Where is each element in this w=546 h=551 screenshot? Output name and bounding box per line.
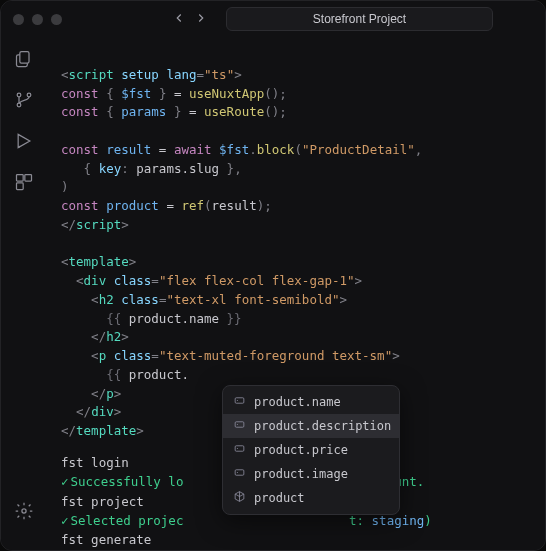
- intellisense-item-label: product.image: [254, 467, 348, 481]
- field-icon: [233, 442, 246, 458]
- term-env-label: t:: [349, 513, 364, 528]
- settings-icon[interactable]: [14, 501, 34, 524]
- project-title-field[interactable]: Storefront Project: [226, 7, 493, 31]
- svg-rect-0: [20, 52, 29, 64]
- intellisense-item-label: product.name: [254, 395, 341, 409]
- svg-point-4: [18, 146, 20, 148]
- files-icon[interactable]: [14, 49, 34, 72]
- run-icon[interactable]: [14, 131, 34, 154]
- mustache-partial: product.: [129, 367, 189, 382]
- intellisense-item-label: product: [254, 491, 305, 505]
- svg-point-1: [17, 93, 21, 97]
- svg-point-2: [17, 103, 21, 107]
- svg-point-14: [237, 448, 238, 449]
- titlebar: Storefront Project: [1, 1, 545, 37]
- svg-rect-6: [25, 175, 32, 182]
- close-icon[interactable]: [13, 14, 24, 25]
- activity-bar: [1, 37, 47, 550]
- svg-point-16: [237, 472, 238, 473]
- svg-rect-7: [17, 183, 24, 190]
- intellisense-item-label: product.description: [254, 419, 391, 433]
- lang-attr: ts: [212, 67, 227, 82]
- extensions-icon[interactable]: [14, 172, 34, 195]
- str-product-detail: "ProductDetail": [302, 142, 415, 157]
- zoom-icon[interactable]: [51, 14, 62, 25]
- fn-usenuxtapp: useNuxtApp: [189, 86, 264, 101]
- h2-class: "text-xl font-semibold": [166, 292, 339, 307]
- expr-slug: params.slug: [136, 161, 219, 176]
- editor-area: <script setup lang="ts"> const { $fst } …: [47, 37, 545, 550]
- svg-point-12: [237, 424, 238, 425]
- forward-icon[interactable]: [194, 11, 208, 28]
- fn-useroute: useRoute: [204, 104, 264, 119]
- term-login-ok-pre: Successfully lo: [71, 474, 184, 489]
- term-cmd-generate: fst generate: [61, 532, 151, 547]
- fn-ref: ref: [181, 198, 204, 213]
- field-icon: [233, 466, 246, 482]
- var-fst: $fst: [121, 86, 151, 101]
- div-class: "flex flex-col flex-gap-1": [159, 273, 355, 288]
- intellisense-item-1[interactable]: product.description: [223, 414, 399, 438]
- intellisense-item-2[interactable]: product.price: [223, 438, 399, 462]
- key-attr: key: [99, 161, 122, 176]
- back-icon[interactable]: [172, 11, 186, 28]
- svg-rect-11: [235, 422, 244, 427]
- ref-arg: result: [212, 198, 257, 213]
- term-env-value: staging: [372, 513, 425, 528]
- traffic-lights: [13, 14, 62, 25]
- p-class: "text-muted-foreground text-sm": [159, 348, 392, 363]
- var-params: params: [121, 104, 166, 119]
- minimize-icon[interactable]: [32, 14, 43, 25]
- svg-point-8: [22, 509, 26, 513]
- project-title: Storefront Project: [313, 12, 406, 26]
- svg-rect-9: [235, 398, 244, 403]
- field-icon: [233, 394, 246, 410]
- svg-rect-13: [235, 446, 244, 451]
- var-product: product: [106, 198, 159, 213]
- term-cmd-login: fst login: [61, 455, 129, 470]
- intellisense-item-label: product.price: [254, 443, 348, 457]
- intellisense-item-3[interactable]: product.image: [223, 462, 399, 486]
- svg-point-3: [27, 93, 31, 97]
- fn-block: block: [257, 142, 295, 157]
- svg-rect-5: [17, 175, 24, 182]
- branch-icon[interactable]: [14, 90, 34, 113]
- term-project-ok-pre: Selected projec: [71, 513, 184, 528]
- cube-icon: [233, 490, 246, 506]
- app-window: Storefront Project <script setup la: [0, 0, 546, 551]
- var-result: result: [106, 142, 151, 157]
- intellisense-item-4[interactable]: product: [223, 486, 399, 510]
- svg-rect-15: [235, 470, 244, 475]
- intellisense-item-0[interactable]: product.name: [223, 390, 399, 414]
- svg-point-10: [237, 400, 238, 401]
- field-icon: [233, 418, 246, 434]
- mustache-product-name: product.name: [129, 311, 219, 326]
- intellisense-popup[interactable]: product.nameproduct.descriptionproduct.p…: [222, 385, 400, 515]
- term-cmd-project: fst project: [61, 494, 144, 509]
